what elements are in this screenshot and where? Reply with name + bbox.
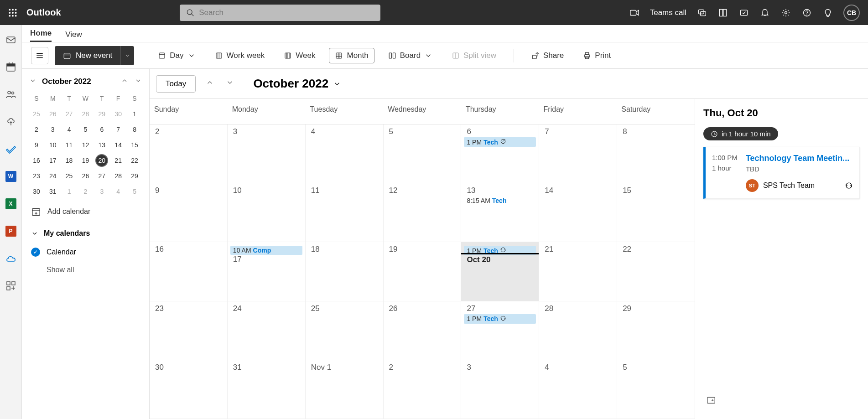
day-cell[interactable]: 15 <box>617 183 695 242</box>
calendar-title[interactable]: October 2022 <box>253 77 341 91</box>
mini-cal-day[interactable]: 2 <box>28 122 45 137</box>
day-cell[interactable]: 28 <box>539 301 617 360</box>
mail-icon[interactable] <box>5 33 17 46</box>
mini-cal-day[interactable]: 7 <box>110 122 126 137</box>
calendar-checkbox[interactable]: ✓ <box>31 248 40 257</box>
hamburger-button[interactable] <box>31 47 48 64</box>
tips-icon[interactable] <box>822 7 833 18</box>
search-box[interactable] <box>180 5 380 21</box>
day-cell[interactable]: 10 AMComp17 <box>228 242 306 300</box>
mini-cal-day[interactable]: 3 <box>45 122 61 137</box>
day-view-button[interactable]: Day <box>152 48 201 63</box>
day-cell[interactable]: 16 <box>150 242 228 300</box>
week-view-button[interactable]: Week <box>278 48 321 63</box>
agenda-event-card[interactable]: 1:00 PM 1 hour Technology Team Meetin...… <box>703 147 860 199</box>
settings-icon[interactable] <box>780 7 791 18</box>
split-view-button[interactable]: Split view <box>446 48 502 63</box>
new-event-button[interactable]: New event <box>55 46 120 65</box>
mini-cal-day[interactable]: 5 <box>78 122 94 137</box>
day-cell[interactable]: 3 <box>461 360 539 419</box>
day-cell[interactable]: 5 <box>617 360 695 419</box>
mini-cal-day[interactable]: 9 <box>28 137 45 153</box>
show-all-button[interactable]: Show all <box>28 261 143 279</box>
mini-cal-day[interactable]: 14 <box>110 137 126 153</box>
mini-cal-day[interactable]: 29 <box>126 168 143 184</box>
notifications-icon[interactable] <box>759 7 770 18</box>
day-cell[interactable]: 11 <box>306 183 384 242</box>
mini-cal-day[interactable]: 29 <box>94 106 110 122</box>
todo-icon[interactable] <box>5 143 17 155</box>
mini-cal-day[interactable]: 10 <box>45 137 61 153</box>
mini-cal-day[interactable]: 8 <box>126 122 143 137</box>
mini-cal-day[interactable]: 5 <box>126 184 143 199</box>
day-cell[interactable]: 7 <box>539 124 617 183</box>
day-cell[interactable]: 29 <box>617 301 695 360</box>
mini-cal-day[interactable]: 24 <box>45 168 61 184</box>
day-cell[interactable]: 4 <box>306 124 384 183</box>
print-button[interactable]: Print <box>577 48 616 63</box>
calendar-event[interactable]: 1 PMTech <box>464 137 536 147</box>
mini-cal-day[interactable]: 11 <box>61 137 78 153</box>
mini-cal-day[interactable]: 26 <box>45 106 61 122</box>
mini-cal-day[interactable]: 27 <box>61 106 78 122</box>
calendar-event[interactable]: 8:15 AMTech <box>464 196 536 205</box>
mini-cal-day[interactable]: 19 <box>78 153 94 168</box>
app-launcher[interactable] <box>4 4 22 22</box>
mini-cal-day[interactable]: 30 <box>110 106 126 122</box>
day-cell[interactable]: 31 <box>228 360 306 419</box>
calendar-event[interactable]: 1 PMTech <box>464 314 536 324</box>
excel-icon[interactable]: X <box>5 197 17 210</box>
new-event-dropdown[interactable] <box>120 46 134 65</box>
calendar-icon[interactable] <box>5 61 17 73</box>
share-button[interactable]: Share <box>526 48 569 63</box>
day-cell[interactable]: 19 <box>384 242 462 300</box>
mini-cal-day[interactable]: 1 <box>61 184 78 199</box>
mini-cal-day[interactable]: 26 <box>78 168 94 184</box>
day-cell[interactable]: 8 <box>617 124 695 183</box>
day-cell[interactable]: 61 PMTech <box>461 124 539 183</box>
day-cell[interactable]: 26 <box>384 301 462 360</box>
day-cell[interactable]: 1 PMTechOct 20 <box>461 242 539 300</box>
apps-icon[interactable] <box>5 279 17 292</box>
mini-cal-day[interactable]: 27 <box>94 168 110 184</box>
prev-period[interactable] <box>204 77 216 91</box>
teams-video-icon[interactable] <box>629 7 640 18</box>
day-cell[interactable]: 23 <box>150 301 228 360</box>
mini-cal-day[interactable]: 6 <box>94 122 110 137</box>
workweek-view-button[interactable]: Work week <box>209 48 270 63</box>
mini-cal-day[interactable]: 1 <box>126 106 143 122</box>
day-cell[interactable]: 4 <box>539 360 617 419</box>
onedrive-icon[interactable] <box>5 252 17 265</box>
mini-cal-day[interactable]: 23 <box>28 168 45 184</box>
next-period[interactable] <box>224 77 236 91</box>
next-month[interactable] <box>134 77 143 86</box>
tab-home[interactable]: Home <box>30 29 52 42</box>
mini-cal-day[interactable]: 3 <box>94 184 110 199</box>
mini-cal-day[interactable]: 15 <box>126 137 143 153</box>
day-cell[interactable]: 2 <box>384 360 462 419</box>
mini-cal-day[interactable]: 17 <box>45 153 61 168</box>
tab-view[interactable]: View <box>65 30 82 42</box>
mini-cal-day[interactable]: 2 <box>78 184 94 199</box>
day-cell[interactable]: 10 <box>228 183 306 242</box>
month-collapse[interactable] <box>28 77 37 86</box>
day-cell[interactable]: 3 <box>228 124 306 183</box>
day-icon[interactable] <box>717 7 728 18</box>
day-cell[interactable]: Nov 1 <box>306 360 384 419</box>
calendar-event[interactable]: 10 AMComp <box>230 246 302 255</box>
mini-cal-day[interactable]: 20 <box>94 153 110 168</box>
day-cell[interactable]: 30 <box>150 360 228 419</box>
day-cell[interactable]: 2 <box>150 124 228 183</box>
word-icon[interactable]: W <box>5 170 17 183</box>
mini-cal-day[interactable]: 16 <box>28 153 45 168</box>
day-cell[interactable]: 138:15 AMTech <box>461 183 539 242</box>
teams-call-button[interactable]: Teams call <box>650 8 686 17</box>
day-cell[interactable]: 5 <box>384 124 462 183</box>
mini-cal-day[interactable]: 30 <box>28 184 45 199</box>
tasks-icon[interactable] <box>738 7 749 18</box>
mini-cal-day[interactable]: 22 <box>126 153 143 168</box>
search-input[interactable] <box>199 8 374 17</box>
my-calendars-header[interactable]: My calendars <box>28 224 143 243</box>
day-cell[interactable]: 25 <box>306 301 384 360</box>
mini-cal-day[interactable]: 25 <box>61 168 78 184</box>
